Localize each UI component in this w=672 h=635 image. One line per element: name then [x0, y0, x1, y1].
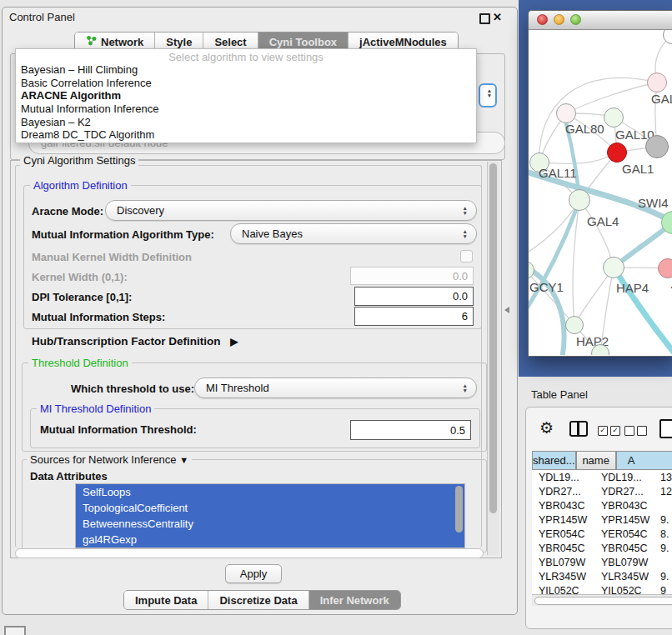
tab-discretize-data-label: Discretize Data: [219, 594, 297, 607]
panel-splitter-handle[interactable]: [504, 307, 509, 313]
attribute-item[interactable]: gal4RGexp: [76, 532, 464, 548]
minimize-traffic-light[interactable]: [554, 14, 564, 25]
scrollbar-thumb[interactable]: [534, 597, 672, 605]
tab-infer-network[interactable]: Infer Network: [309, 591, 400, 609]
node-label: GAL4: [587, 214, 619, 228]
table-row[interactable]: YLR345WYLR345W9.: [532, 569, 672, 583]
mi-threshold-value: 0.5: [450, 424, 465, 437]
select-all-columns-icon[interactable]: ✓✓: [598, 426, 620, 436]
hub-section-label: Hub/Transcription Factor Definition: [32, 335, 221, 348]
tab-discretize-data[interactable]: Discretize Data: [208, 591, 308, 609]
network-node-hap2[interactable]: [565, 316, 584, 334]
tab-network-label: Network: [101, 36, 143, 48]
split-panel-icon[interactable]: [569, 421, 588, 437]
apply-button[interactable]: Apply: [225, 564, 282, 583]
dropdown-item[interactable]: Bayesian – Hill Climbing: [16, 63, 476, 77]
network-window-titlebar[interactable]: [529, 11, 672, 30]
stepper-icon: ▲▼: [480, 85, 495, 98]
algorithm-dropdown-popup: Select algorithm to view settings Bayesi…: [15, 48, 477, 143]
table-row[interactable]: YBL079WYBL079W: [532, 555, 672, 569]
kernel-width-value: 0.0: [453, 270, 468, 282]
network-view-window: GAL GAL80 GAL10 GAL1 GAL11 GAL4 SWI4 HAP…: [528, 10, 672, 357]
collapsed-arrow-icon[interactable]: ▶: [230, 336, 238, 348]
sources-group-title[interactable]: Sources for Network Inference ▼: [27, 453, 192, 466]
node-table[interactable]: shared... name A YDL19...YDL19...13 YDR2…: [532, 451, 672, 598]
tab-infer-network-label: Infer Network: [320, 594, 389, 607]
column-header-name[interactable]: name: [576, 451, 616, 470]
which-threshold-combobox[interactable]: MI Threshold ▲▼: [194, 378, 477, 398]
network-node-gray[interactable]: [645, 135, 669, 158]
attribute-item[interactable]: SelfLoops: [76, 484, 464, 500]
table-row[interactable]: YPR145WYPR145W9.: [532, 512, 672, 527]
hub-section[interactable]: Hub/Transcription Factor Definition ▶: [32, 335, 238, 348]
sources-title-text: Sources for Network Inference: [30, 453, 177, 466]
attribute-item[interactable]: TopologicalCoefficient: [76, 500, 464, 516]
node-label: GAL1: [622, 162, 654, 176]
settings-horizontal-scrollbar[interactable]: [15, 548, 484, 558]
close-panel-button[interactable]: ✕: [493, 11, 502, 23]
network-node-gal10[interactable]: [604, 108, 624, 128]
dpi-tolerance-label: DPI Tolerance [0,1]:: [32, 291, 132, 303]
aracne-mode-value: Discovery: [117, 204, 164, 217]
attribute-item[interactable]: BetweennessCentrality: [76, 516, 464, 532]
list-scrollbar-thumb[interactable]: [455, 486, 463, 532]
expanded-arrow-icon[interactable]: ▼: [179, 455, 188, 465]
network-icon: [86, 35, 97, 48]
algorithm-definition-title: Algorithm Definition: [30, 179, 131, 192]
dpi-tolerance-field[interactable]: 0.0: [354, 287, 474, 306]
network-canvas[interactable]: GAL GAL80 GAL10 GAL1 GAL11 GAL4 SWI4 HAP…: [529, 30, 672, 355]
network-node-hap4[interactable]: [603, 257, 624, 278]
column-header-shared-name[interactable]: shared...: [532, 451, 576, 470]
dropdown-item[interactable]: Bayesian – K2: [16, 116, 476, 129]
scrollbar-thumb[interactable]: [489, 163, 497, 513]
which-threshold-value: MI Threshold: [206, 382, 269, 394]
dpi-tolerance-value: 0.0: [453, 290, 468, 302]
deselect-all-columns-icon[interactable]: [624, 426, 647, 436]
table-row[interactable]: YBR043CYBR043C: [532, 498, 672, 512]
table-row[interactable]: YBR045CYBR045C9.: [532, 541, 672, 555]
network-node-gal1[interactable]: [607, 142, 627, 162]
document-icon[interactable]: [659, 419, 672, 438]
tab-impute-data-label: Impute Data: [135, 594, 197, 607]
data-attributes-list[interactable]: SelfLoops TopologicalCoefficient Between…: [75, 483, 465, 548]
mi-algorithm-type-combobox[interactable]: Naive Bayes ▲▼: [230, 223, 477, 244]
column-header-partial[interactable]: A: [616, 451, 672, 470]
table-row[interactable]: YER054CYER054C8.: [532, 527, 672, 541]
aracne-mode-label: Aracne Mode:: [32, 205, 103, 218]
dropdown-item[interactable]: Mutual Information Inference: [16, 102, 476, 116]
dropdown-item-selected[interactable]: ARACNE Algorithm: [16, 89, 476, 102]
aracne-mode-combobox[interactable]: Discovery ▲▼: [105, 200, 477, 221]
network-node-gal80[interactable]: [556, 103, 576, 123]
table-horizontal-scrollbar[interactable]: [532, 594, 672, 606]
node-label: HAP4: [616, 281, 649, 295]
network-node-salmon[interactable]: [658, 258, 672, 278]
dropdown-item[interactable]: Basic Correlation Inference: [16, 77, 476, 90]
float-window-button[interactable]: [479, 13, 490, 24]
settings-vertical-scrollbar[interactable]: [487, 162, 499, 555]
tab-impute-data[interactable]: Impute Data: [124, 591, 208, 609]
data-attributes-label: Data Attributes: [30, 470, 108, 482]
node-label: GAL: [651, 92, 672, 106]
network-node-gal-partial[interactable]: [647, 72, 667, 92]
kernel-width-field[interactable]: 0.0: [350, 267, 474, 285]
mi-steps-field[interactable]: 6: [354, 307, 474, 326]
gear-icon[interactable]: ⚙: [539, 418, 554, 438]
table-header-row: shared... name A: [532, 451, 672, 470]
mi-threshold-field[interactable]: 0.5: [350, 420, 471, 440]
table-row[interactable]: YDL19...YDL19...13: [532, 470, 672, 484]
table-row[interactable]: YDR27...YDR27...12: [532, 484, 672, 498]
kernel-width-label: Kernel Width (0,1):: [32, 271, 128, 283]
tab-cyni-toolbox-label: Cyni Toolbox: [269, 36, 337, 48]
node-label: GCY1: [529, 280, 564, 294]
mi-threshold-group-title: MI Threshold Definition: [37, 402, 154, 415]
network-node-gal4[interactable]: [569, 189, 590, 211]
manual-kernel-width-checkbox[interactable]: [460, 250, 473, 262]
table-panel-title: Table Panel: [531, 388, 588, 401]
algorithm-combobox-fragment[interactable]: ▲▼: [479, 83, 497, 108]
close-traffic-light[interactable]: [537, 14, 548, 25]
minimized-panel-fragment[interactable]: [4, 626, 26, 635]
zoom-traffic-light[interactable]: [570, 14, 581, 25]
node-label: SWI4: [638, 196, 669, 210]
dropdown-placeholder: Select algorithm to view settings: [16, 49, 476, 63]
dropdown-item[interactable]: Dream8 DC_TDC Algorithm: [16, 128, 476, 142]
